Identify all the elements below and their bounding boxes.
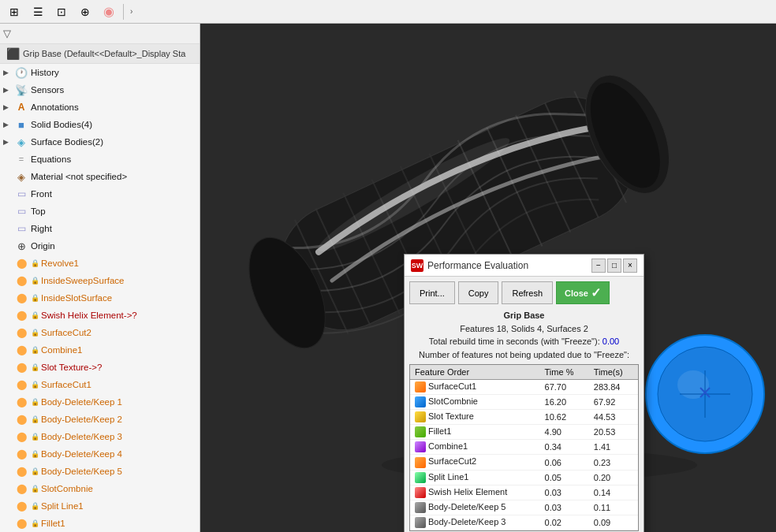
feature-name-cell: SurfaceCut2 — [410, 455, 540, 470]
3d-viewport[interactable]: SW Performance Evaluation − □ × Print... — [200, 24, 776, 532]
dialog-window-controls: − □ × — [591, 259, 637, 273]
feature-name-cell: Fillet1 — [410, 425, 540, 440]
part-name-text: Grip Base — [411, 309, 637, 322]
copy-button[interactable]: Copy — [458, 281, 499, 304]
sidebar-item-surface-cut1[interactable]: ⬤ 🔒 SurfaceCut1 — [0, 376, 200, 393]
print-button[interactable]: Print... — [409, 281, 455, 304]
sidebar-item-sensors[interactable]: ▶ 📡 Sensors — [0, 81, 200, 99]
split-line1-icon: ⬤ — [14, 499, 28, 513]
sidebar-item-equations[interactable]: = Equations — [0, 151, 200, 168]
surface-cut1-icon: ⬤ — [14, 378, 28, 392]
history-icon: 🕐 — [14, 65, 28, 80]
time-pct-cell: 0.03 — [540, 500, 589, 515]
dialog-minimize-btn[interactable]: − — [591, 259, 606, 273]
body-delete5-icon: ⬤ — [14, 464, 28, 478]
time-s-cell: 44.53 — [589, 410, 638, 425]
toolbar-btn-4[interactable]: ⊕ — [74, 2, 96, 22]
row-icon — [415, 441, 426, 452]
toolbar-btn-3[interactable]: ⊡ — [50, 2, 73, 22]
sidebar-item-inside-sweep[interactable]: ⬤ 🔒 InsideSweepSurface — [0, 272, 200, 289]
expand-arrow: ▶ — [3, 138, 14, 146]
refresh-button[interactable]: Refresh — [502, 281, 553, 304]
col-time-pct: Time % — [540, 365, 589, 380]
sidebar-item-surface-cut2[interactable]: ⬤ 🔒 SurfaceCut2 — [0, 324, 200, 341]
fillet1-icon: ⬤ — [14, 516, 28, 530]
sidebar-item-slot-texture[interactable]: ⬤ 🔒 Slot Texture->? — [0, 359, 200, 376]
toolbar-more-chevron[interactable]: › — [127, 6, 136, 17]
rebuild-line: Total rebuild time in seconds (with "Fre… — [411, 335, 637, 348]
sidebar-item-history[interactable]: ▶ 🕐 History — [0, 64, 200, 81]
sidebar-item-combine1[interactable]: ⬤ 🔒 Combine1 — [0, 341, 200, 359]
sidebar-item-split-line1[interactable]: ⬤ 🔒 Split Line1 — [0, 497, 200, 515]
inside-sweep-label: InsideSweepSurface — [41, 276, 124, 285]
body-delete4-label: Body-Delete/Keep 4 — [41, 449, 122, 459]
lock-icon: 🔒 — [31, 502, 39, 510]
sidebar-item-body-delete4[interactable]: ⬤ 🔒 Body-Delete/Keep 4 — [0, 445, 200, 463]
sidebar-item-front[interactable]: ▭ Front — [0, 185, 200, 203]
combine1-icon: ⬤ — [14, 343, 28, 357]
toolbar-btn-5[interactable]: ◉ — [98, 2, 120, 22]
slot-texture-icon: ⬤ — [14, 360, 28, 374]
toolbar-btn-1[interactable]: ⊞ — [3, 2, 25, 22]
close-button[interactable]: Close ✓ — [556, 281, 610, 304]
lock-icon: 🔒 — [31, 277, 39, 285]
time-s-cell: 0.23 — [589, 455, 638, 470]
tree-header: ⬛ Grip Base (Default<<Default>_Display S… — [0, 44, 200, 64]
sidebar-item-revolve1[interactable]: ⬤ 🔒 Revolve1 — [0, 255, 200, 272]
dialog-title-text: Performance Evaluation — [427, 260, 528, 271]
performance-table-container[interactable]: Feature Order Time % Time(s) SurfaceCut1… — [409, 364, 639, 531]
sidebar-item-annotations[interactable]: ▶ A Annotations — [0, 99, 200, 116]
sidebar-item-body-delete2[interactable]: ⬤ 🔒 Body-Delete/Keep 2 — [0, 411, 200, 428]
sidebar-item-body-delete5[interactable]: ⬤ 🔒 Body-Delete/Keep 5 — [0, 463, 200, 480]
equations-icon: = — [14, 152, 28, 166]
feature-name-cell: Swish Helix Element — [410, 485, 540, 500]
dialog-close-titlebar-btn[interactable]: × — [623, 259, 637, 273]
solid-bodies-label: Solid Bodies(4) — [31, 120, 92, 129]
sidebar-item-body-delete3[interactable]: ⬤ 🔒 Body-Delete/Keep 3 — [0, 428, 200, 445]
row-icon — [415, 381, 426, 392]
sidebar-item-slotcombnie[interactable]: ⬤ 🔒 SlotCombnie — [0, 480, 200, 497]
table-row: Swish Helix Element 0.03 0.14 — [410, 485, 638, 500]
expand-arrow: ▶ — [3, 103, 14, 111]
sidebar-item-surface-bodies[interactable]: ▶ ◈ Surface Bodies(2) — [0, 133, 200, 151]
col-feature-order: Feature Order — [410, 365, 540, 380]
dialog-title: SW Performance Evaluation — [411, 259, 528, 272]
sidebar-item-inside-slot[interactable]: ⬤ 🔒 InsideSlotSurface — [0, 289, 200, 307]
row-icon — [415, 472, 426, 483]
history-label: History — [31, 68, 59, 77]
body-delete2-icon: ⬤ — [14, 412, 28, 426]
lock-icon: 🔒 — [31, 311, 39, 319]
lock-icon: 🔒 — [31, 450, 39, 458]
time-pct-cell: 16.20 — [540, 395, 589, 410]
surface-cut1-label: SurfaceCut1 — [41, 380, 91, 389]
performance-table: Feature Order Time % Time(s) SurfaceCut1… — [410, 365, 638, 530]
right-label: Right — [31, 224, 52, 233]
sidebar-item-solid-bodies[interactable]: ▶ ■ Solid Bodies(4) — [0, 116, 200, 133]
feature-name-cell: Combine1 — [410, 440, 540, 455]
row-icon — [415, 502, 426, 513]
dialog-maximize-btn[interactable]: □ — [607, 259, 621, 273]
swish-helix-icon: ⬤ — [14, 308, 28, 322]
sidebar-item-material[interactable]: ◈ Material <not specified> — [0, 168, 200, 185]
sidebar-item-body-delete1[interactable]: ⬤ 🔒 Body-Delete/Keep 1 — [0, 393, 200, 411]
sidebar-item-top[interactable]: ▭ Top — [0, 203, 200, 220]
toolbar-btn-2[interactable]: ☰ — [27, 2, 49, 22]
close-label: Close — [565, 288, 588, 298]
time-pct-cell: 10.62 — [540, 410, 589, 425]
sidebar-item-origin[interactable]: ⊕ Origin — [0, 237, 200, 255]
time-pct-cell: 4.90 — [540, 425, 589, 440]
time-pct-cell: 0.34 — [540, 440, 589, 455]
sidebar-item-swish-helix[interactable]: ⬤ 🔒 Swish Helix Element->? — [0, 307, 200, 324]
row-icon — [415, 411, 426, 422]
annotations-icon: A — [14, 100, 28, 114]
lock-icon: 🔒 — [31, 519, 39, 527]
feature-tree: ▶ 🕐 History ▶ 📡 Sensors ▶ A Annotations … — [0, 64, 200, 532]
feature-name-cell: Slot Texture — [410, 410, 540, 425]
lock-icon: 🔒 — [31, 415, 39, 423]
sidebar-item-right[interactable]: ▭ Right — [0, 220, 200, 237]
table-row: Body-Delete/Keep 3 0.02 0.09 — [410, 515, 638, 530]
col-time-s: Time(s) — [589, 365, 638, 380]
sidebar-item-fillet1[interactable]: ⬤ 🔒 Fillet1 — [0, 515, 200, 532]
table-row: Fillet1 4.90 20.53 — [410, 425, 638, 440]
dialog-info-section: Grip Base Features 18, Solids 4, Surface… — [405, 307, 644, 364]
